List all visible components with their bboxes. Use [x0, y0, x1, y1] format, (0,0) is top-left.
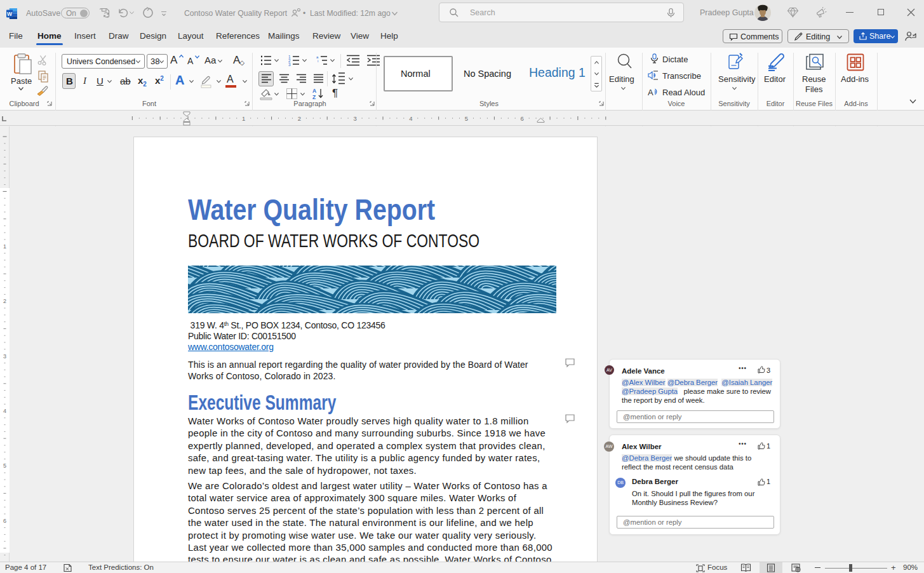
- svg-text:6: 6: [521, 115, 524, 122]
- svg-text:2: 2: [298, 115, 301, 122]
- svg-text:6: 6: [3, 518, 6, 524]
- svg-text:5: 5: [3, 462, 6, 469]
- svg-text:5: 5: [465, 115, 468, 122]
- svg-text:A: A: [648, 88, 653, 97]
- svg-text:i: i: [318, 59, 318, 63]
- svg-text:3: 3: [3, 353, 6, 360]
- svg-text:4: 4: [3, 408, 6, 414]
- svg-text:1: 1: [3, 243, 6, 250]
- svg-text:4: 4: [409, 115, 412, 122]
- svg-text:A: A: [312, 88, 316, 94]
- svg-text:1: 1: [242, 115, 245, 122]
- svg-text:3: 3: [288, 62, 291, 66]
- svg-text:W: W: [7, 11, 13, 17]
- svg-text:Z: Z: [312, 94, 316, 100]
- svg-text:2: 2: [3, 298, 6, 304]
- svg-text:3: 3: [353, 115, 356, 122]
